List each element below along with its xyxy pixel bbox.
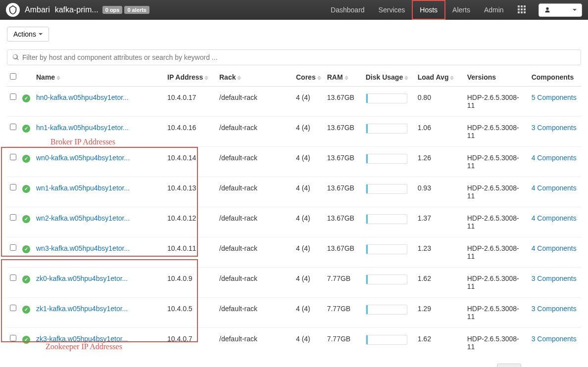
caret-down-icon <box>39 33 43 35</box>
ram-value: 7.77GB <box>324 268 363 298</box>
cores-value: 4 (4) <box>293 268 324 298</box>
svg-rect-6 <box>518 11 520 13</box>
components-link[interactable]: 4 Components <box>532 214 577 222</box>
svg-rect-5 <box>524 8 526 10</box>
row-checkbox[interactable] <box>10 244 16 251</box>
host-link[interactable]: zk0-kafka.w05hpu4bsy1etor... <box>36 275 128 282</box>
status-ok-icon <box>22 215 30 223</box>
table-row: wn2-kafka.w05hpu4bsy1etor... 10.4.0.12 /… <box>7 207 581 237</box>
ip-value: 10.4.0.7 <box>164 328 216 358</box>
col-cores[interactable]: Cores <box>293 68 324 87</box>
ops-badge[interactable]: 0 ops <box>102 6 123 14</box>
rack-value: /default-rack <box>216 328 293 358</box>
row-checkbox[interactable] <box>10 305 16 311</box>
ambari-logo[interactable] <box>6 3 20 17</box>
col-components: Components <box>529 68 581 87</box>
components-link[interactable]: 3 Components <box>532 275 577 282</box>
nav-admin[interactable]: Admin <box>477 0 511 20</box>
svg-rect-1 <box>521 5 523 7</box>
row-checkbox[interactable] <box>10 214 16 221</box>
select-all-checkbox[interactable] <box>10 73 16 80</box>
components-link[interactable]: 5 Components <box>532 93 577 101</box>
row-checkbox[interactable] <box>10 275 16 281</box>
col-ram[interactable]: RAM <box>324 68 363 87</box>
ip-value: 10.4.0.11 <box>164 237 216 268</box>
host-link[interactable]: wn1-kafka.w05hpu4bsy1etor... <box>36 184 130 192</box>
disk-usage-bar <box>366 124 407 134</box>
host-link[interactable]: zk3-kafka.w05hpu4bsy1etor... <box>36 335 128 343</box>
nav-dashboard[interactable]: Dashboard <box>324 0 372 20</box>
top-navbar: Ambari kafka-prim... 0 ops 0 alerts Dash… <box>0 0 588 20</box>
nav-hosts[interactable]: Hosts <box>412 0 445 20</box>
rack-value: /default-rack <box>216 268 293 298</box>
row-checkbox[interactable] <box>10 93 16 100</box>
row-checkbox[interactable] <box>10 335 16 341</box>
svg-rect-7 <box>521 11 523 13</box>
col-rack[interactable]: Rack <box>216 68 293 87</box>
nav-alerts[interactable]: Alerts <box>445 0 477 20</box>
version-value: HDP-2.6.5.3008-11 <box>464 328 529 358</box>
row-checkbox[interactable] <box>10 184 16 190</box>
ram-value: 13.67GB <box>324 177 363 207</box>
host-link[interactable]: hn0-kafka.w05hpu4bsy1etor... <box>36 93 129 101</box>
components-link[interactable]: 3 Components <box>532 124 577 132</box>
rack-value: /default-rack <box>216 117 293 147</box>
host-link[interactable]: wn3-kafka.w05hpu4bsy1etor... <box>36 244 130 252</box>
host-link[interactable]: zk1-kafka.w05hpu4bsy1etor... <box>36 305 128 313</box>
rack-value: /default-rack <box>216 147 293 177</box>
rack-value: /default-rack <box>216 298 293 328</box>
user-menu-button[interactable]: admin <box>539 3 582 17</box>
status-ok-icon <box>22 94 30 102</box>
hosts-table: Name IP Address Rack Cores RAM Disk Usag… <box>7 68 581 358</box>
ip-value: 10.4.0.9 <box>164 268 216 298</box>
components-link[interactable]: 4 Components <box>532 154 577 162</box>
table-row: wn3-kafka.w05hpu4bsy1etor... 10.4.0.11 /… <box>7 237 581 268</box>
row-checkbox[interactable] <box>10 124 16 130</box>
cores-value: 4 (4) <box>293 177 324 207</box>
ip-value: 10.4.0.13 <box>164 177 216 207</box>
components-link[interactable]: 4 Components <box>532 244 577 252</box>
cluster-name[interactable]: kafka-prim... <box>55 5 98 14</box>
rack-value: /default-rack <box>216 207 293 237</box>
ram-value: 13.67GB <box>324 117 363 147</box>
disk-usage-bar <box>366 154 407 164</box>
actions-button[interactable]: Actions <box>7 27 49 42</box>
components-link[interactable]: 3 Components <box>532 335 577 343</box>
components-link[interactable]: 3 Components <box>532 305 577 313</box>
col-ip[interactable]: IP Address <box>164 68 216 87</box>
svg-rect-2 <box>524 5 526 7</box>
version-value: HDP-2.6.5.3008-11 <box>464 117 529 147</box>
views-grid-icon[interactable] <box>511 5 533 15</box>
ram-value: 13.67GB <box>324 207 363 237</box>
col-load[interactable]: Load Avg <box>415 68 464 87</box>
components-link[interactable]: 4 Components <box>532 184 577 192</box>
table-row: wn0-kafka.w05hpu4bsy1etor... 10.4.0.14 /… <box>7 147 581 177</box>
svg-rect-3 <box>518 8 520 10</box>
filter-input[interactable] <box>22 53 576 61</box>
table-row: hn1-kafka.w05hpu4bsy1etor... 10.4.0.16 /… <box>7 117 581 147</box>
col-disk[interactable]: Disk Usage <box>363 68 415 87</box>
load-value: 1.62 <box>415 328 464 358</box>
brand-label[interactable]: Ambari <box>25 5 50 14</box>
cores-value: 4 (4) <box>293 237 324 268</box>
page-size-select[interactable]: 10 <box>497 364 521 367</box>
host-link[interactable]: wn0-kafka.w05hpu4bsy1etor... <box>36 154 130 162</box>
ram-value: 13.67GB <box>324 87 363 117</box>
svg-rect-0 <box>518 5 520 7</box>
ram-value: 13.67GB <box>324 147 363 177</box>
ram-value: 7.77GB <box>324 298 363 328</box>
version-value: HDP-2.6.5.3008-11 <box>464 268 529 298</box>
alerts-badge[interactable]: 0 alerts <box>124 6 149 14</box>
host-link[interactable]: wn2-kafka.w05hpu4bsy1etor... <box>36 214 130 222</box>
table-row: zk0-kafka.w05hpu4bsy1etor... 10.4.0.9 /d… <box>7 268 581 298</box>
disk-usage-bar <box>366 275 407 284</box>
row-checkbox[interactable] <box>10 154 16 160</box>
svg-rect-4 <box>521 8 523 10</box>
filter-bar[interactable] <box>7 49 581 65</box>
host-link[interactable]: hn1-kafka.w05hpu4bsy1etor... <box>36 124 129 132</box>
user-icon <box>544 6 551 13</box>
col-name[interactable]: Name <box>33 68 164 87</box>
nav-services[interactable]: Services <box>372 0 412 20</box>
table-row: hn0-kafka.w05hpu4bsy1etor... 10.4.0.17 /… <box>7 87 581 117</box>
rack-value: /default-rack <box>216 177 293 207</box>
